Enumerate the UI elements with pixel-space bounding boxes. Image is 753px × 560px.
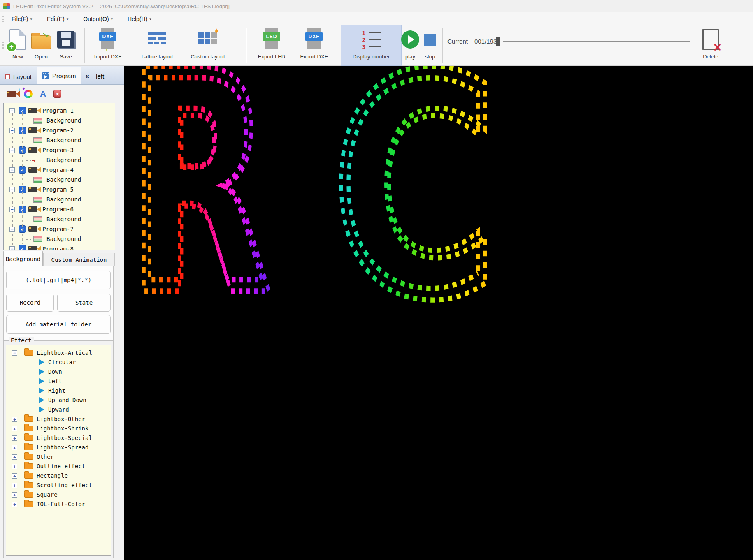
checkbox-checked-icon[interactable]: ✔ [19, 206, 26, 213]
lattice-layout-icon [147, 32, 167, 47]
collapse-box-icon[interactable]: − [9, 207, 15, 212]
effect-item[interactable]: Up and Down [6, 396, 111, 405]
collapse-box-icon[interactable]: − [9, 167, 15, 173]
effect-folder-item[interactable]: +Scrolling effect [6, 481, 111, 490]
menu-help[interactable]: Help(H) [128, 16, 151, 22]
open-button[interactable]: Open [30, 26, 53, 60]
expand-box-icon[interactable]: + [12, 426, 17, 431]
expand-box-icon[interactable]: + [12, 483, 17, 488]
background-tree-item[interactable]: Background [4, 176, 115, 185]
expand-box-icon[interactable]: + [12, 435, 17, 441]
color-ring-icon[interactable] [24, 90, 33, 98]
video-camera-icon [28, 187, 37, 192]
effect-folder-item[interactable]: +Other [6, 453, 111, 462]
effect-folder-item[interactable]: −Lightbox-Artical [6, 349, 111, 358]
background-tree-item[interactable]: →Background [4, 156, 115, 165]
effect-folder-item[interactable]: +Rectangle [6, 472, 111, 481]
record-button[interactable]: Record [6, 294, 54, 312]
effect-item[interactable]: Upward [6, 405, 111, 414]
app-icon [3, 3, 10, 9]
background-tree-item[interactable]: Background [4, 116, 115, 125]
effect-tree: −Lightbox-ArticalCircularDownLeftRightUp… [6, 345, 111, 556]
custom-layout-button[interactable]: Custom layout [183, 26, 232, 60]
play-button[interactable]: play [400, 26, 421, 60]
export-led-button[interactable]: LED Export LED [252, 26, 291, 60]
collapse-box-icon[interactable]: − [9, 187, 15, 192]
effect-folder-item[interactable]: +TOL-Full-Color [6, 500, 111, 509]
background-tree-item[interactable]: Background [4, 136, 115, 145]
checkbox-checked-icon[interactable]: ✔ [19, 146, 26, 154]
collapse-box-icon[interactable]: − [12, 350, 17, 356]
display-number-button[interactable]: 1 2 3 Display number [341, 25, 402, 66]
menu-edit[interactable]: Edit(E) [47, 16, 68, 22]
collapse-box-icon[interactable]: − [9, 108, 15, 113]
expand-box-icon[interactable]: + [12, 417, 17, 422]
state-button[interactable]: State [57, 294, 111, 312]
collapse-box-icon[interactable]: − [9, 227, 15, 232]
export-led-icon: LED [263, 28, 280, 51]
checkbox-checked-icon[interactable]: ✔ [19, 225, 26, 233]
program-tree-item[interactable]: −✔Program-8 [4, 245, 115, 250]
tab-background[interactable]: Background [3, 251, 43, 266]
effect-folder-item[interactable]: +Lightbox-Special [6, 434, 111, 443]
collapse-panel-button[interactable]: « [86, 72, 89, 79]
program-tree-item[interactable]: −✔Program-5 [4, 185, 115, 194]
delete-icon [702, 29, 719, 50]
checkbox-checked-icon[interactable]: ✔ [19, 245, 26, 250]
play-triangle-icon [39, 407, 44, 412]
checkbox-checked-icon[interactable]: ✔ [19, 186, 26, 193]
program-tree-item[interactable]: −✔Program-6 [4, 205, 115, 214]
program-tree-item[interactable]: −✔Program-4 [4, 166, 115, 175]
effect-item[interactable]: Left [6, 377, 111, 386]
checkbox-checked-icon[interactable]: ✔ [19, 166, 26, 174]
tab-layout[interactable]: Layout [0, 69, 37, 84]
program-tree-item[interactable]: −✔Program-3 [4, 146, 115, 155]
export-dxf-button[interactable]: DXF Export DXF [293, 26, 335, 60]
checkbox-checked-icon[interactable]: ✔ [19, 107, 26, 114]
background-tree-item[interactable]: Background [4, 195, 115, 204]
toolbar-separator [442, 28, 443, 63]
expand-box-icon[interactable]: + [12, 454, 17, 460]
delete-button[interactable]: Delete [696, 26, 725, 60]
new-button[interactable]: New [6, 26, 29, 60]
scrollbar-groove[interactable] [112, 175, 112, 263]
program-tree-item[interactable]: −✔Program-2 [4, 126, 115, 135]
frame-slider-handle[interactable] [496, 37, 500, 46]
text-tool-icon[interactable]: A [40, 89, 46, 99]
file-filter-button[interactable]: (.tol|.gif|mp4|*.*) [6, 271, 111, 289]
effect-item[interactable]: Circular [6, 358, 111, 367]
tab-custom-animation[interactable]: Custom Animation [43, 253, 115, 266]
collapse-box-icon[interactable]: − [9, 128, 15, 133]
expand-box-icon[interactable]: + [12, 502, 17, 507]
effect-folder-item[interactable]: +Lightbox-Shrink [6, 424, 111, 433]
menu-file[interactable]: File(F) [12, 16, 32, 22]
effect-folder-item[interactable]: +Lightbox-Other [6, 415, 111, 424]
effect-item[interactable]: Right [6, 386, 111, 396]
background-tree-item[interactable]: Background [4, 215, 115, 224]
collapse-box-icon[interactable]: − [9, 148, 15, 153]
add-material-folder-button[interactable]: Add material folder [6, 315, 111, 334]
frame-slider-track[interactable] [503, 41, 690, 42]
menu-output[interactable]: Output(O) [83, 16, 113, 22]
program-tree-item[interactable]: −✔Program-1 [4, 106, 115, 116]
expand-box-icon[interactable]: + [12, 492, 17, 498]
checkbox-checked-icon[interactable]: ✔ [19, 127, 26, 134]
effect-item[interactable]: Down [6, 368, 111, 377]
lattice-layout-button[interactable]: Lattice layout [132, 26, 182, 60]
effect-folder-item[interactable]: +Outline effect [6, 462, 111, 471]
collapse-box-icon[interactable]: − [9, 246, 15, 250]
delete-program-icon[interactable]: ✕ [53, 90, 61, 98]
import-dxf-button[interactable]: DXF → Import DXF [89, 26, 127, 60]
effect-folder-item[interactable]: +Lightbox-Spread [6, 443, 111, 452]
save-button[interactable]: Save [54, 26, 77, 60]
background-tree-item[interactable]: Background [4, 235, 115, 244]
add-program-icon[interactable]: + [7, 91, 16, 97]
expand-box-icon[interactable]: + [12, 464, 17, 469]
program-tree-item[interactable]: −✔Program-7 [4, 225, 115, 234]
expand-box-icon[interactable]: + [12, 445, 17, 450]
tab-program[interactable]: Program [37, 67, 81, 84]
expand-box-icon[interactable]: + [12, 473, 17, 479]
led-canvas[interactable]: RRCC [124, 66, 753, 560]
effect-folder-item[interactable]: +Square [6, 491, 111, 500]
stop-button[interactable]: stop [419, 26, 441, 60]
